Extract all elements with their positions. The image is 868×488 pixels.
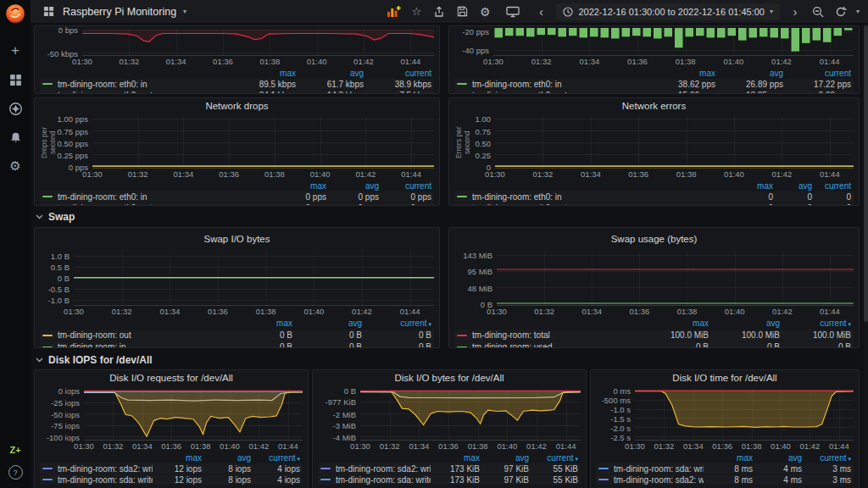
legend-column-header[interactable]: avg [480,453,529,463]
zoom-out-icon[interactable] [810,4,826,19]
panel-title[interactable]: Network errors [454,98,854,114]
x-tick-label: 01:36 [161,441,181,451]
x-tick-label: 01:42 [772,169,793,179]
legend-series-label[interactable]: tm-dining-room: eth0: in [58,192,274,202]
legend-column-header[interactable]: max [704,453,753,463]
legend-column-header[interactable]: avg [753,453,802,463]
section-label: Disk IOPS for /dev/All [48,354,153,366]
legend-column-header[interactable]: current [364,69,431,78]
star-icon[interactable]: ☆ [409,4,424,19]
legend-column-header[interactable]: current▾ [780,319,851,328]
legend-column-header[interactable]: avg [202,453,251,463]
y-axis-label: Drops per second [40,116,49,169]
left-sidebar: + ⚙ Z+ ? [0,0,31,488]
legend-column-header[interactable]: max [734,181,773,191]
legend-column-header[interactable]: max [648,69,715,78]
legend-column-header[interactable]: avg [326,181,379,191]
legend: maxavgcurrenttm-dining-room: eth0: in000… [454,180,854,206]
legend-series-label[interactable]: tm-dining-room: used [472,342,637,348]
panel-title[interactable]: Disk I/O bytes for /dev/All [318,370,581,386]
legend-column-header[interactable]: max [223,319,292,328]
explore-icon[interactable] [6,99,25,118]
legend-series-label[interactable]: tm-dining-room: sda: write [58,475,153,485]
refresh-icon[interactable] [833,4,849,19]
user-avatar[interactable]: Z+ [9,445,20,455]
legend-series-label[interactable]: tm-dining-room: out [58,330,223,340]
refresh-interval-caret-icon[interactable]: ▾ [856,8,860,15]
legend-column-header[interactable]: max [274,181,326,191]
scrollbar[interactable] [864,24,868,488]
dashboard-grid-icon [41,4,56,19]
legend-header: maxavgcurrent▾ [454,318,854,329]
dashboards-icon[interactable] [6,70,25,89]
legend-column-header[interactable]: max [637,319,709,328]
legend-value-max: 173 KiB [431,475,480,485]
legend-column-header[interactable]: avg [292,319,362,328]
create-new-icon[interactable]: + [6,42,25,60]
legend-column-header[interactable]: max [431,453,480,463]
add-panel-icon[interactable] [386,4,401,19]
x-tick-label: 01:32 [532,169,553,179]
time-range-picker[interactable]: 2022-12-16 01:30:00 to 2022-12-16 01:45:… [556,3,780,20]
legend-series-label[interactable]: tm-dining-room: eth0: out [472,91,648,95]
legend-series-label[interactable]: tm-dining-room: sda2: write [614,475,704,485]
dashboard-title-caret-icon[interactable]: ▾ [183,8,186,15]
legend-value-current: 55 KiB [529,464,578,474]
legend-row: tm-dining-room: sda2: write173 KiB97 KiB… [318,463,581,474]
panel-title[interactable]: Swap I/O bytes [40,228,434,248]
legend-series-label[interactable]: tm-dining-room: in [58,342,223,348]
legend-column-header[interactable]: max [153,453,202,463]
legend-series-label[interactable]: tm-dining-room: sda: write [336,475,431,485]
cycle-view-monitor-icon[interactable] [505,4,520,19]
legend-series-label[interactable]: tm-dining-room: eth0: out [58,91,228,95]
scrollbar-thumb[interactable] [864,25,868,322]
time-range-back-icon[interactable]: ‹ [533,4,548,19]
legend-column-header[interactable]: current [812,181,851,191]
legend-column-header[interactable]: current▾ [251,453,300,463]
y-axis: 1.0 B0.5 B0 B-0.5 B-1.0 B [40,250,74,306]
save-icon[interactable] [454,4,470,19]
y-tick-label: -2 MiB [333,409,356,419]
panel-title[interactable]: Network drops [40,98,434,114]
x-tick-label: 01:40 [310,169,331,179]
panel-title[interactable]: Disk I/O time for /dev/All [596,370,854,386]
help-icon[interactable]: ? [8,465,23,480]
settings-gear-icon[interactable]: ⚙ [477,4,492,19]
legend-column-header[interactable]: avg [709,319,780,328]
legend-series-label[interactable]: tm-dining-room: eth0: out [58,203,274,207]
legend-column-header[interactable]: avg [715,69,783,78]
legend-series-label[interactable]: tm-dining-room: eth0: in [472,80,648,89]
legend-column-header[interactable]: avg [296,69,364,78]
grafana-logo[interactable] [4,3,26,28]
legend-column-header[interactable]: current▾ [802,453,851,463]
legend-column-header[interactable]: current [379,181,431,191]
plot [493,28,854,56]
legend-series-label[interactable]: tm-dining-room: sda: write [614,464,704,474]
panel-title[interactable]: Swap usage (bytes) [454,228,854,248]
section-header-disk-iops[interactable]: Disk IOPS for /dev/All [36,354,153,366]
legend: maxavgcurrent▾tm-dining-room: sda2: writ… [318,452,581,485]
alerting-bell-icon[interactable] [6,128,25,147]
legend-series-label[interactable]: tm-dining-room: eth0: out [472,203,734,207]
y-tick-label: -0.5 B [48,285,70,294]
legend-series-label[interactable]: tm-dining-room: total [472,330,637,340]
share-icon[interactable] [431,4,447,19]
x-tick-label: 01:30 [82,169,103,179]
legend-column-header[interactable]: current [783,69,851,78]
plot [74,250,434,306]
legend-series-label[interactable]: tm-dining-room: eth0: in [58,80,228,89]
panel-title[interactable]: Disk I/O requests for /dev/All [40,370,303,386]
legend-column-header[interactable]: current▾ [362,319,431,328]
configuration-gear-icon[interactable]: ⚙ [6,157,25,175]
legend-column-header[interactable]: current▾ [529,453,578,463]
legend-column-header[interactable]: avg [773,181,812,191]
section-header-swap[interactable]: Swap [36,211,75,223]
dashboard-title[interactable]: Raspberry Pi Monitoring [63,6,176,18]
legend-series-label[interactable]: tm-dining-room: eth0: in [472,192,734,202]
x-tick-label: 01:38 [677,307,698,316]
legend-series-label[interactable]: tm-dining-room: sda2: write [58,464,153,474]
plot [497,250,854,306]
time-range-forward-icon[interactable]: › [787,4,803,19]
legend-series-label[interactable]: tm-dining-room: sda2: write [336,464,431,474]
legend-column-header[interactable]: max [228,69,296,78]
